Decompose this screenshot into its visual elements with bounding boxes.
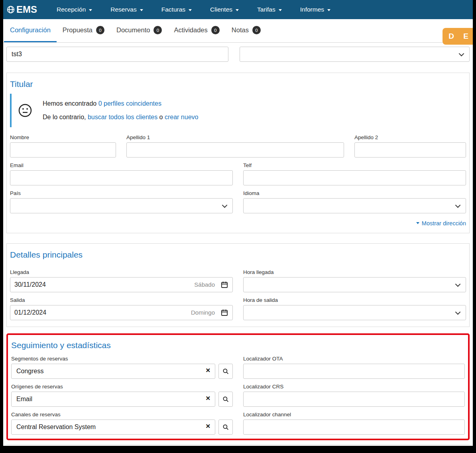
reference-input[interactable] [6, 47, 228, 62]
nav-item-tarifas[interactable]: Tarifas [248, 0, 291, 19]
telf-input[interactable] [243, 170, 466, 185]
localizador-ota-input[interactable] [243, 364, 465, 379]
nombre-input[interactable] [10, 142, 116, 158]
canales-input[interactable] [11, 420, 215, 435]
canales-label: Canales de reservas [11, 411, 233, 418]
nav-item-informes[interactable]: Informes [291, 0, 340, 19]
calendar-icon[interactable] [220, 309, 228, 317]
search-all-clients-link[interactable]: buscar todos los clientes [88, 114, 157, 120]
llegada-label: Llegada [10, 269, 233, 276]
clear-icon[interactable]: ✕ [205, 395, 210, 402]
tab-configuracion[interactable]: Configuración [4, 19, 57, 42]
email-label: Email [10, 162, 233, 169]
top-select[interactable] [240, 47, 470, 62]
annotation-highlight-box: Seguimiento y estadísticas Segmentos de … [6, 333, 470, 440]
tab-bar: Configuración Propuesta 0 Documento 0 Ac… [3, 19, 473, 43]
pais-select[interactable] [10, 198, 233, 213]
email-input[interactable] [10, 170, 233, 185]
nav-item-label: Reservas [110, 6, 136, 13]
clear-icon[interactable]: ✕ [205, 367, 210, 374]
nav-item-label: Clientes [210, 6, 232, 13]
calendar-icon[interactable] [220, 281, 228, 289]
apellido1-input[interactable] [126, 142, 344, 158]
tab-label: Propuesta [63, 26, 92, 34]
detalles-panel: Detalles principales Llegada 30/11/2024 … [6, 243, 470, 327]
nombre-label: Nombre [10, 134, 116, 141]
tab-documento[interactable]: Documento 0 [110, 19, 168, 42]
segmentos-search-button[interactable] [218, 364, 233, 379]
localizador-channel-label: Localizador channel [243, 411, 465, 418]
app-logo-text: EMS [16, 4, 37, 15]
localizador-channel-input[interactable] [243, 420, 465, 435]
top-navbar: EMS Recepción Reservas Facturas Clientes… [3, 0, 473, 19]
hora-salida-select[interactable] [243, 305, 466, 320]
tab-actividades[interactable]: Actividades 0 [168, 19, 225, 42]
origenes-input[interactable] [11, 392, 215, 407]
tab-label: Notas [232, 26, 249, 34]
chevron-down-icon [140, 9, 143, 11]
canales-search-button[interactable] [218, 420, 233, 435]
segmentos-label: Segmentos de reservas [11, 355, 233, 362]
llegada-date-field[interactable]: 30/11/2024 Sábado [10, 277, 233, 292]
nav-item-facturas[interactable]: Facturas [152, 0, 201, 19]
apellido1-label: Apellido 1 [126, 134, 344, 141]
neutral-face-icon [18, 103, 32, 118]
chevron-down-icon [454, 202, 462, 210]
next-panel-edge [6, 444, 470, 446]
localizador-crs-input[interactable] [243, 392, 465, 407]
chevron-down-icon [457, 50, 466, 59]
nav-item-label: Recepción [57, 6, 86, 13]
alert-text: o [159, 114, 163, 120]
profile-match-alert: Hemos encontrado 0 perfiles coincidentes… [10, 94, 466, 127]
origenes-label: Orígenes de reservas [11, 383, 233, 390]
alert-text: Hemos encontrado [43, 100, 96, 107]
chevron-down-icon [189, 9, 192, 11]
matching-profiles-link[interactable]: 0 perfiles coincidentes [98, 100, 161, 107]
globe-logo-icon [6, 5, 15, 14]
count-badge: 0 [153, 26, 162, 34]
mostrar-direccion-label: Mostrar dirección [422, 220, 466, 226]
search-icon [222, 396, 229, 403]
count-badge: 0 [211, 26, 220, 34]
tab-propuesta[interactable]: Propuesta 0 [57, 19, 110, 42]
mostrar-direccion-link[interactable]: Mostrar dirección [416, 220, 466, 226]
nav-item-label: Facturas [161, 6, 185, 13]
alert-line-2: De lo contrario, buscar todos los client… [43, 114, 198, 121]
detalles-heading: Detalles principales [10, 250, 466, 260]
alert-line-1: Hemos encontrado 0 perfiles coincidentes [43, 100, 198, 107]
chevron-down-icon [236, 9, 239, 11]
tab-label: Actividades [174, 26, 207, 34]
idioma-label: Idioma [243, 190, 466, 197]
llegada-weekday: Sábado [194, 281, 215, 288]
hora-llegada-select[interactable] [243, 277, 466, 292]
search-icon [222, 423, 229, 431]
demo-ribbon[interactable]: D E [443, 28, 473, 45]
segmentos-input[interactable] [11, 364, 215, 379]
tab-label: Configuración [10, 26, 51, 34]
apellido2-input[interactable] [354, 142, 466, 158]
caret-down-icon [416, 222, 419, 224]
app-window: EMS Recepción Reservas Facturas Clientes… [3, 0, 473, 446]
llegada-date-value: 30/11/2024 [14, 281, 46, 288]
create-new-client-link[interactable]: crear nuevo [165, 114, 199, 120]
idioma-select[interactable] [243, 198, 466, 213]
titular-heading: Titular [10, 79, 466, 89]
chevron-down-icon [327, 9, 330, 11]
apellido2-label: Apellido 2 [354, 134, 466, 141]
nav-item-clientes[interactable]: Clientes [201, 0, 248, 19]
nav-item-reservas[interactable]: Reservas [101, 0, 152, 19]
app-logo[interactable]: EMS [6, 4, 37, 15]
clear-icon[interactable]: ✕ [205, 423, 210, 430]
nav-item-label: Tarifas [257, 6, 275, 13]
nav-item-label: Informes [300, 6, 324, 13]
tab-label: Documento [116, 26, 150, 34]
count-badge: 0 [252, 26, 261, 34]
localizador-ota-label: Localizador OTA [243, 355, 465, 362]
tab-notas[interactable]: Notas 0 [226, 19, 267, 42]
salida-date-field[interactable]: 01/12/2024 Domingo [10, 305, 233, 320]
search-icon [222, 368, 229, 375]
nav-item-recepcion[interactable]: Recepción [47, 0, 101, 19]
origenes-search-button[interactable] [218, 392, 233, 407]
chevron-down-icon [220, 202, 229, 210]
salida-weekday: Domingo [191, 309, 215, 316]
